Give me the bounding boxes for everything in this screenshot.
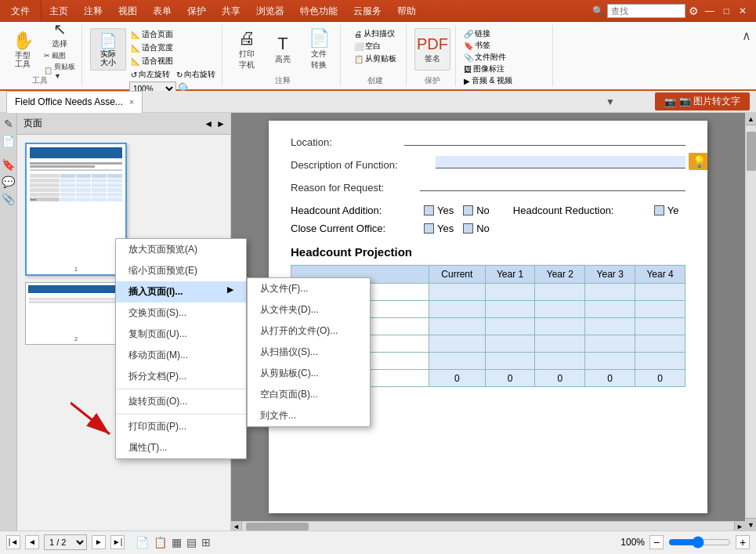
- menu-tab-file[interactable]: 文件: [0, 0, 42, 22]
- screenshot-button[interactable]: ✂截图: [44, 51, 75, 61]
- table-cell-data[interactable]: [485, 335, 535, 353]
- table-cell-data[interactable]: [535, 284, 585, 301]
- sidebar-icon-2[interactable]: 📄: [2, 135, 15, 147]
- ribbon-collapse-button[interactable]: ∧: [742, 25, 751, 86]
- status-icon-3[interactable]: ▦: [172, 536, 182, 549]
- menu-tab-browser[interactable]: 浏览器: [248, 0, 292, 22]
- table-cell-data[interactable]: [635, 318, 685, 335]
- zoom-out-button[interactable]: −: [649, 535, 664, 549]
- nav-prev-button[interactable]: ◄: [25, 535, 39, 549]
- menu-tab-view[interactable]: 视图: [110, 0, 145, 22]
- audio-video-button[interactable]: ▶音频 & 视频: [464, 75, 548, 86]
- context-menu-item-zoom-out[interactable]: 缩小页面预览(E): [116, 260, 246, 281]
- context-menu-item-split[interactable]: 拆分文档(P)...: [116, 366, 246, 387]
- sidebar-icon-3[interactable]: 🔖: [2, 158, 15, 171]
- table-cell-data[interactable]: [535, 353, 585, 370]
- v-scroll-down-button[interactable]: ▼: [746, 518, 757, 530]
- sidebar-nav-next[interactable]: ►: [216, 118, 226, 129]
- status-icon-4[interactable]: ▤: [186, 536, 197, 549]
- fit-page-button[interactable]: 📐适合页面: [129, 28, 217, 41]
- table-cell-data[interactable]: [485, 301, 535, 318]
- v-scrollbar[interactable]: ▲ ▼: [745, 113, 756, 530]
- nav-last-button[interactable]: ►|: [110, 535, 125, 549]
- select-tool-button[interactable]: ↖ 选择 ✂截图 📋剪贴板▼: [44, 27, 75, 72]
- table-cell-data[interactable]: [635, 353, 685, 370]
- context-menu-item-swap[interactable]: 交换页面(S)...: [116, 302, 246, 324]
- table-cell-data[interactable]: [429, 318, 486, 335]
- menu-tab-form[interactable]: 表单: [145, 0, 179, 22]
- doc-tab-close[interactable]: ×: [129, 97, 134, 107]
- lightbulb-button[interactable]: 💡: [689, 153, 707, 170]
- menu-tab-cloud[interactable]: 云服务: [345, 0, 389, 22]
- table-cell-data[interactable]: [429, 353, 486, 370]
- v-scroll-up-button[interactable]: ▲: [746, 113, 757, 125]
- nav-next-button[interactable]: ►: [92, 535, 106, 549]
- status-icon-1[interactable]: 📄: [136, 536, 149, 549]
- highlight-button[interactable]: T 高亮: [266, 28, 299, 71]
- menu-tab-protect[interactable]: 保护: [179, 0, 214, 22]
- fit-width-button[interactable]: 📐适合宽度: [129, 42, 217, 54]
- context-menu-item-properties[interactable]: 属性(T)...: [116, 437, 246, 458]
- submenu-item-blank[interactable]: 空白页面(B)...: [248, 384, 370, 405]
- headcount-addition-no-checkbox[interactable]: [463, 205, 473, 215]
- reason-field[interactable]: [420, 179, 685, 191]
- table-cell-data[interactable]: [485, 353, 535, 370]
- fit-view-button[interactable]: 📐适合视图: [129, 55, 217, 67]
- table-cell-data[interactable]: [535, 301, 585, 318]
- close-button[interactable]: ✕: [736, 5, 750, 16]
- table-cell-data[interactable]: [535, 335, 585, 353]
- submenu-item-from-clipboard[interactable]: 从剪贴板(C)...: [248, 363, 370, 384]
- page-thumbnail-2[interactable]: 2: [25, 282, 127, 345]
- table-cell-data[interactable]: [635, 301, 685, 318]
- h-scrollbar[interactable]: ◄ ►: [231, 521, 745, 530]
- file-convert-button[interactable]: 📄 文件转换: [302, 28, 335, 71]
- context-menu-item-copy[interactable]: 复制页面(U)...: [116, 324, 246, 345]
- settings-icon[interactable]: ⚙: [689, 5, 699, 17]
- table-cell-data[interactable]: [585, 335, 635, 353]
- maximize-button[interactable]: □: [721, 5, 732, 16]
- close-office-yes-checkbox[interactable]: [424, 223, 434, 234]
- nav-first-button[interactable]: |◄: [6, 535, 20, 549]
- sidebar-icon-4[interactable]: 💬: [2, 176, 15, 188]
- rotate-left-button[interactable]: ↺向左旋转: [129, 68, 172, 81]
- table-cell-data[interactable]: [585, 353, 635, 370]
- link-button[interactable]: 🔗链接: [464, 28, 548, 39]
- submenu-item-from-scanner[interactable]: 从扫描仪(S)...: [248, 342, 370, 363]
- actual-size-button[interactable]: 📄 实际大小: [90, 28, 126, 71]
- table-cell-data[interactable]: [429, 284, 486, 301]
- whitespace-button[interactable]: ⬜空白: [354, 41, 381, 52]
- location-field[interactable]: [404, 133, 685, 146]
- table-cell-data[interactable]: [429, 335, 486, 353]
- sidebar-icon-1[interactable]: ✎: [4, 118, 13, 130]
- page-select[interactable]: 1 / 2: [44, 534, 87, 550]
- context-menu-item-rotate[interactable]: 旋转页面(O)...: [116, 391, 246, 412]
- print-button[interactable]: 🖨 打印字机: [230, 28, 263, 71]
- context-menu-item-move[interactable]: 移动页面(M)...: [116, 345, 246, 366]
- headcount-addition-yes-checkbox[interactable]: [424, 205, 434, 215]
- table-cell-data[interactable]: [585, 318, 635, 335]
- minimize-button[interactable]: —: [702, 5, 718, 16]
- context-menu-item-insert[interactable]: 插入页面(I)... ▶: [116, 281, 246, 302]
- context-menu-item-print[interactable]: 打印页面(P)...: [116, 416, 246, 437]
- menu-tab-share[interactable]: 共享: [214, 0, 248, 22]
- sidebar-nav-prev[interactable]: ◄: [204, 118, 213, 129]
- img-convert-button[interactable]: 📷 📷 图片转文字: [655, 92, 750, 110]
- table-cell-data[interactable]: [585, 284, 635, 301]
- tab-dropdown-button[interactable]: ▼: [606, 96, 615, 107]
- status-icon-2[interactable]: 📋: [154, 536, 167, 549]
- page-thumbnail[interactable]: Total 1: [25, 143, 127, 276]
- v-scroll-thumb[interactable]: [747, 132, 756, 171]
- status-icon-5[interactable]: ⊞: [201, 536, 211, 549]
- table-cell-data[interactable]: [635, 335, 685, 353]
- description-field[interactable]: 💡: [436, 156, 685, 168]
- search-input[interactable]: [607, 4, 685, 18]
- menu-tab-annotate[interactable]: 注释: [76, 0, 110, 22]
- table-cell-data[interactable]: [635, 284, 685, 301]
- table-cell-data[interactable]: [585, 301, 635, 318]
- table-cell-data[interactable]: [429, 301, 486, 318]
- table-cell-data[interactable]: [535, 318, 585, 335]
- bookmark-button[interactable]: 🔖书签: [464, 40, 548, 51]
- attachment-button[interactable]: 📎文件附件: [464, 52, 548, 63]
- zoom-slider[interactable]: [668, 536, 731, 549]
- hand-tool-button[interactable]: ✋ 手型工具: [5, 27, 41, 72]
